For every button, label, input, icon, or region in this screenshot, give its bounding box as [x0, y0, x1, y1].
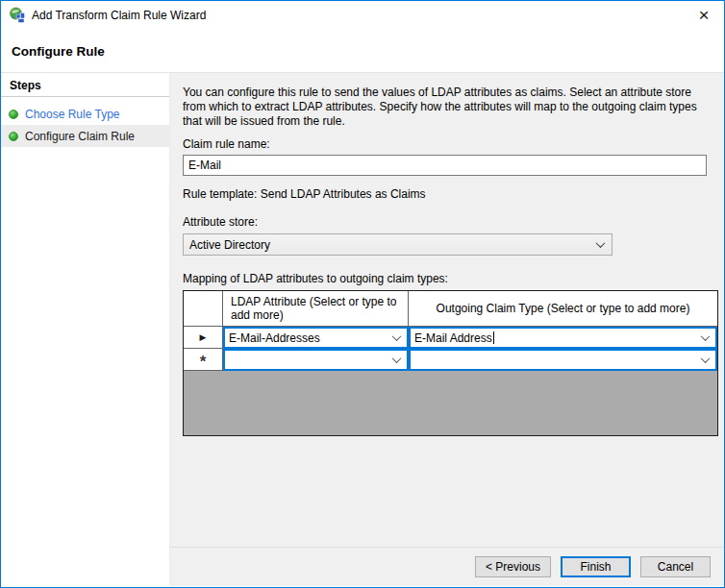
- add-transform-claim-rule-wizard-window: Add Transform Claim Rule Wizard × Config…: [0, 0, 725, 588]
- attribute-store-value: Active Directory: [189, 238, 270, 252]
- outgoing-claim-type-combo-row1[interactable]: E-Mail Address: [409, 327, 717, 349]
- window-title: Add Transform Claim Rule Wizard: [32, 9, 206, 22]
- new-row-asterisk-icon: *: [200, 353, 207, 372]
- ldap-attribute-combo-row1[interactable]: E-Mail-Addresses: [223, 327, 409, 349]
- mapping-label: Mapping of LDAP attributes to outgoing c…: [183, 272, 724, 285]
- outgoing-claim-type-combo-row2[interactable]: [409, 349, 717, 371]
- rule-template-text: Rule template: Send LDAP Attributes as C…: [183, 187, 724, 201]
- ldap-attribute-combo-row2[interactable]: [223, 349, 409, 371]
- row-marker-current: ▶: [184, 327, 223, 349]
- table-cell: E-Mail-Addresses: [223, 327, 409, 349]
- table-cell: [223, 349, 409, 371]
- attribute-store-select[interactable]: Active Directory: [183, 233, 612, 256]
- step-complete-bullet-icon: [9, 110, 18, 119]
- text-caret: [493, 331, 494, 344]
- chevron-down-icon: [701, 331, 711, 341]
- column-header-outgoing-claim-type: Outgoing Claim Type (Select or type to a…: [409, 291, 717, 327]
- page-header: Configure Rule: [1, 30, 724, 73]
- steps-sidebar: Steps Choose Rule Type Configure Claim R…: [1, 73, 170, 586]
- chevron-down-icon: [392, 331, 402, 341]
- column-header-ldap-attribute: LDAP Attribute (Select or type to add mo…: [223, 291, 409, 327]
- ldap-mapping-table: LDAP Attribute (Select or type to add mo…: [183, 290, 718, 436]
- page-title: Configure Rule: [12, 44, 105, 59]
- table-empty-area: [184, 371, 717, 435]
- wizard-app-icon: [9, 7, 26, 24]
- title-bar: Add Transform Claim Rule Wizard ×: [1, 1, 724, 30]
- table-cell: E-Mail Address: [409, 327, 717, 349]
- wizard-body: Steps Choose Rule Type Configure Claim R…: [1, 73, 724, 586]
- row-marker-new: *: [184, 349, 223, 371]
- claim-rule-name-input[interactable]: [183, 155, 707, 176]
- rule-description-text: You can configure this rule to send the …: [183, 86, 707, 129]
- chevron-down-icon: [596, 238, 606, 248]
- outgoing-claim-type-value: E-Mail Address: [414, 331, 494, 345]
- chevron-down-icon: [392, 354, 402, 363]
- step-label: Choose Rule Type: [25, 108, 120, 121]
- steps-sidebar-title: Steps: [1, 73, 169, 97]
- table-cell: [409, 349, 717, 371]
- sidebar-item-choose-rule-type[interactable]: Choose Rule Type: [1, 103, 169, 125]
- step-complete-bullet-icon: [9, 132, 18, 141]
- steps-list: Choose Rule Type Configure Claim Rule: [1, 103, 169, 147]
- wizard-footer: < Previous Finish Cancel: [170, 547, 724, 586]
- step-label: Configure Claim Rule: [25, 130, 135, 143]
- ldap-attribute-value: E-Mail-Addresses: [229, 331, 320, 345]
- attribute-store-label: Attribute store:: [183, 215, 724, 229]
- finish-button[interactable]: Finish: [561, 556, 631, 577]
- claim-rule-name-label: Claim rule name:: [183, 137, 724, 151]
- table-corner-cell: [184, 291, 223, 327]
- sidebar-item-configure-claim-rule[interactable]: Configure Claim Rule: [1, 125, 169, 147]
- close-icon[interactable]: ×: [684, 1, 724, 30]
- chevron-down-icon: [701, 354, 711, 363]
- previous-button[interactable]: < Previous: [475, 556, 551, 577]
- cancel-button[interactable]: Cancel: [640, 556, 711, 577]
- current-row-arrow-icon: ▶: [200, 332, 207, 342]
- configure-rule-pane: You can configure this rule to send the …: [170, 73, 724, 586]
